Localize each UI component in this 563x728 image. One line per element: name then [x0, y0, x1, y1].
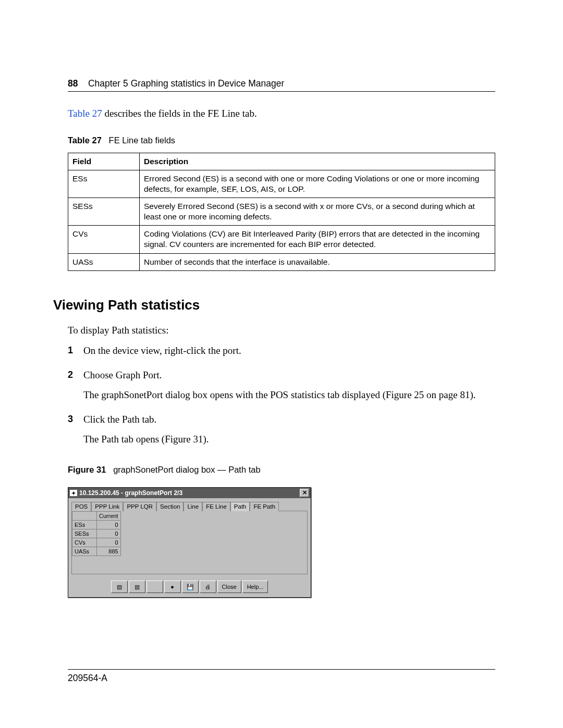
print-icon[interactable]: 🖨: [200, 581, 216, 593]
table-row: SESs 0: [72, 529, 121, 538]
graphsonetport-dialog: ✦ 10.125.200.45 - graphSonetPort 2/3 ✕ P…: [68, 487, 311, 598]
dialog-titlebar[interactable]: ✦ 10.125.200.45 - graphSonetPort 2/3 ✕: [68, 488, 311, 498]
table-row: CVs 0: [72, 538, 121, 547]
tab-ppplqr[interactable]: PPP LQR: [123, 502, 156, 511]
row-label: UASs: [72, 547, 97, 556]
figure25-link[interactable]: Figure 25 on page 81: [386, 389, 470, 400]
step-number: 2: [68, 368, 83, 407]
tab-path[interactable]: Path: [230, 502, 250, 511]
table-row: UASs Number of seconds that the interfac…: [68, 253, 495, 270]
close-icon[interactable]: ✕: [300, 489, 309, 497]
table-row: ESs 0: [72, 521, 121, 529]
toolbar-disabled-icon: [146, 581, 163, 593]
col-desc: Description: [140, 153, 495, 170]
list-item: 1 On the device view, right-click the po…: [68, 343, 495, 363]
list-item: 2 Choose Graph Port. The graphSonetPort …: [68, 368, 495, 407]
table-row: SESs Severely Errored Second (SES) is a …: [68, 198, 495, 225]
areachart-icon[interactable]: ▨: [111, 581, 128, 593]
tab-feline[interactable]: FE Line: [202, 502, 230, 511]
intro-paragraph: Table 27 describes the fields in the FE …: [68, 106, 495, 121]
step-number: 3: [68, 412, 83, 451]
dialog-title: 10.125.200.45 - graphSonetPort 2/3: [79, 489, 300, 497]
table27-caption: Table 27 FE Line tab fields: [68, 135, 495, 145]
page-footer: 209564-A: [68, 669, 495, 684]
followup-pre: The graphSonetPort dialog box opens with…: [83, 389, 386, 400]
cell-desc: Coding Violations (CV) are Bit Interleav…: [140, 226, 495, 253]
page-number: 88: [68, 78, 78, 89]
corner-cell: [72, 512, 97, 521]
step-text: On the device view, right-click the port…: [83, 343, 495, 358]
figure31-title: graphSonetPort dialog box — Path tab: [113, 465, 261, 474]
cell-desc: Number of seconds that the interface is …: [140, 253, 495, 270]
step-followup: The Path tab opens (Figure 31).: [83, 432, 495, 447]
figure31-link[interactable]: Figure 31: [165, 434, 203, 445]
cell-field: CVs: [68, 226, 140, 253]
col-field: Field: [68, 153, 140, 170]
intro-rest: describes the fields in the FE Line tab.: [102, 108, 257, 119]
table-row: CVs Coding Violations (CV) are Bit Inter…: [68, 226, 495, 253]
record-icon[interactable]: ●: [164, 581, 181, 593]
step-followup: The graphSonetPort dialog box opens with…: [83, 388, 495, 402]
tab-line[interactable]: Line: [183, 502, 202, 511]
cell-desc: Severely Errored Second (SES) is a secon…: [140, 198, 495, 225]
step-text: Choose Graph Port.: [83, 368, 495, 382]
row-value: 885: [97, 547, 121, 556]
help-button[interactable]: Help...: [242, 581, 268, 593]
figure31-caption: Figure 31 graphSonetPort dialog box — Pa…: [68, 465, 495, 475]
col-current: Current: [97, 512, 121, 521]
tab-row: POS PPP Link PPP LQR Section Line FE Lin…: [68, 498, 311, 511]
tab-pane: Current ESs 0 SESs 0 CVs 0 UASs 885: [71, 511, 308, 574]
close-button[interactable]: Close: [217, 581, 241, 593]
dialog-toolbar: ▨ ▥ ● 💾 🖨 Close Help...: [68, 577, 311, 597]
table27: Field Description ESs Errored Second (ES…: [68, 153, 495, 271]
followup-pre: The Path tab opens (: [83, 434, 165, 445]
tab-section[interactable]: Section: [156, 502, 183, 511]
row-value: 0: [97, 529, 121, 538]
tab-fepath[interactable]: FE Path: [250, 502, 279, 511]
followup-post: ).: [203, 434, 209, 445]
cell-field: UASs: [68, 253, 140, 270]
cell-field: SESs: [68, 198, 140, 225]
section-intro: To display Path statistics:: [68, 325, 495, 336]
row-value: 0: [97, 538, 121, 547]
table-row: ESs Errored Second (ES) is a second with…: [68, 170, 495, 198]
tab-ppplink[interactable]: PPP Link: [91, 502, 123, 511]
chapter-title: Chapter 5 Graphing statistics in Device …: [88, 78, 284, 89]
followup-post: ).: [470, 389, 475, 400]
step-number: 1: [68, 343, 83, 363]
steps-list: 1 On the device view, right-click the po…: [68, 343, 495, 452]
cell-desc: Errored Second (ES) is a second with one…: [140, 170, 495, 198]
step-text: Click the Path tab.: [83, 412, 495, 427]
table27-link[interactable]: Table 27: [68, 108, 102, 119]
row-label: SESs: [72, 529, 97, 538]
page-header: 88 Chapter 5 Graphing statistics in Devi…: [68, 78, 495, 92]
section-heading: Viewing Path statistics: [53, 297, 495, 313]
table27-title: FE Line tab fields: [109, 135, 176, 145]
list-item: 3 Click the Path tab. The Path tab opens…: [68, 412, 495, 451]
row-label: ESs: [72, 521, 97, 529]
row-value: 0: [97, 521, 121, 529]
tab-pos[interactable]: POS: [71, 502, 91, 511]
table-row: UASs 885: [72, 547, 121, 556]
doc-number: 209564-A: [68, 673, 107, 683]
table27-label: Table 27: [68, 135, 102, 145]
save-icon[interactable]: 💾: [182, 581, 199, 593]
cell-field: ESs: [68, 170, 140, 198]
figure31-label: Figure 31: [68, 465, 106, 474]
row-label: CVs: [72, 538, 97, 547]
stats-table: Current ESs 0 SESs 0 CVs 0 UASs 885: [72, 511, 121, 556]
app-icon: ✦: [70, 490, 77, 496]
barchart-icon[interactable]: ▥: [129, 581, 145, 593]
